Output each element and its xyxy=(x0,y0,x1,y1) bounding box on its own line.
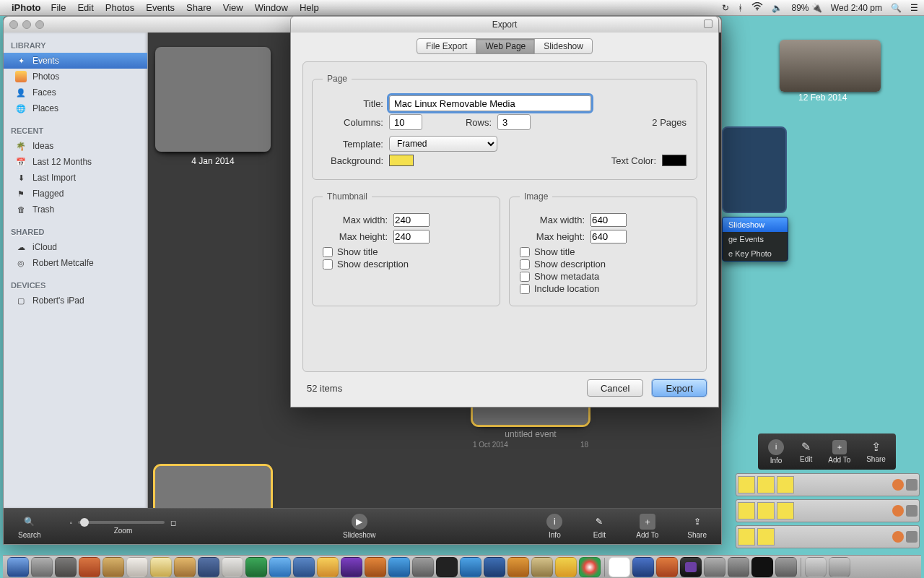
tab-slideshow[interactable]: Slideshow xyxy=(535,39,592,53)
share-button[interactable]: ⇪Share xyxy=(687,514,707,539)
thumb-show-desc-checkbox[interactable]: Show description xyxy=(323,259,489,269)
menu-file[interactable]: File xyxy=(51,2,66,13)
minimized-window[interactable] xyxy=(736,473,920,496)
app-icon[interactable] xyxy=(79,557,100,577)
volume-icon[interactable]: 🔈 xyxy=(772,3,783,13)
menu-share[interactable]: Share xyxy=(186,2,212,13)
sidebar-item-ipad[interactable]: ▢Robert's iPad xyxy=(4,293,147,309)
menu-edit[interactable]: Edit xyxy=(77,2,93,13)
app-icon[interactable] xyxy=(704,557,725,577)
battery-status[interactable]: 89% 🔌 xyxy=(791,3,821,13)
downloads-icon[interactable] xyxy=(805,557,827,577)
app-icon[interactable] xyxy=(484,557,505,577)
event-thumb[interactable]: 4 Jan 2014 xyxy=(155,47,271,166)
app-icon[interactable] xyxy=(555,557,577,577)
img-show-title-checkbox[interactable]: Show title xyxy=(520,246,687,257)
menu-events[interactable]: Events xyxy=(146,2,175,13)
textedit-icon[interactable] xyxy=(609,557,630,577)
edit-button[interactable]: ✎Edit xyxy=(591,514,607,539)
slideshow-stack[interactable] xyxy=(722,126,787,213)
slider-track[interactable] xyxy=(78,521,165,524)
menu-view[interactable]: View xyxy=(223,2,243,13)
iphoto-icon[interactable] xyxy=(317,557,339,577)
sidebar-item-flagged[interactable]: ⚑Flagged xyxy=(4,186,147,202)
sidebar-item-photos[interactable]: Photos xyxy=(4,69,147,85)
event-thumb[interactable]: untitled event 1 Oct 201436 xyxy=(155,466,271,508)
thumb-maxh-input[interactable] xyxy=(393,230,430,243)
messages-icon[interactable] xyxy=(269,557,291,577)
app-icon[interactable] xyxy=(460,557,481,577)
wifi-icon[interactable] xyxy=(751,2,763,13)
background-color-well[interactable] xyxy=(389,155,414,166)
cancel-button[interactable]: Cancel xyxy=(587,379,643,397)
context-item-slideshow[interactable]: Slideshow xyxy=(723,217,788,232)
itunes-icon[interactable] xyxy=(341,557,362,577)
columns-input[interactable] xyxy=(389,114,422,130)
tab-web-page[interactable]: Web Page xyxy=(476,39,535,53)
bluetooth-icon[interactable]: ᚼ xyxy=(738,3,743,13)
text-color-well[interactable] xyxy=(662,155,687,166)
img-maxh-input[interactable] xyxy=(590,230,627,243)
app-icon[interactable] xyxy=(531,557,553,577)
img-show-meta-checkbox[interactable]: Show metadata xyxy=(520,271,687,282)
firefox-icon[interactable] xyxy=(656,557,678,577)
zoom-slider[interactable]: ▫◻ Zoom xyxy=(70,519,177,535)
sidebar-item-last12[interactable]: 📅Last 12 Months xyxy=(4,154,147,170)
menu-help[interactable]: Help xyxy=(300,2,319,13)
trash-icon[interactable] xyxy=(829,557,850,577)
app-icon[interactable] xyxy=(293,557,315,577)
safari-icon[interactable] xyxy=(222,557,243,577)
sidebar-item-faces[interactable]: 👤Faces xyxy=(4,85,147,100)
notification-center-icon[interactable]: ☰ xyxy=(910,3,918,13)
rows-input[interactable] xyxy=(497,114,531,130)
sidebar-item-events[interactable]: ✦Events xyxy=(4,53,147,69)
sidebar-item-lastimport[interactable]: ⬇Last Import xyxy=(4,170,147,186)
edit-button[interactable]: ✎Edit xyxy=(800,440,812,463)
menu-window[interactable]: Window xyxy=(255,2,288,13)
addto-button[interactable]: ＋Add To xyxy=(636,514,658,539)
fullscreen-icon[interactable] xyxy=(704,20,712,28)
title-input[interactable] xyxy=(389,95,591,111)
facetime-icon[interactable] xyxy=(245,557,267,577)
calendar-icon[interactable] xyxy=(126,557,148,577)
timemachine-icon[interactable]: ↻ xyxy=(722,3,729,13)
context-item-keyphoto[interactable]: e Key Photo xyxy=(723,246,788,261)
app-icon[interactable] xyxy=(507,557,529,577)
mail-icon[interactable] xyxy=(198,557,219,577)
imovie-icon[interactable] xyxy=(680,557,702,577)
terminal-icon[interactable] xyxy=(751,557,773,577)
sidebar-item-icloud[interactable]: ☁iCloud xyxy=(4,239,147,255)
thumb-show-title-checkbox[interactable]: Show title xyxy=(323,246,489,257)
app-icon[interactable] xyxy=(728,557,749,577)
systemprefs-icon[interactable] xyxy=(412,557,434,577)
tab-file-export[interactable]: File Export xyxy=(417,39,476,53)
export-button[interactable]: Export xyxy=(652,379,707,397)
chrome-icon[interactable] xyxy=(579,557,601,577)
reminders-icon[interactable] xyxy=(174,557,196,577)
template-select[interactable]: Framed xyxy=(389,136,497,152)
app-name[interactable]: iPhoto xyxy=(12,2,40,13)
share-button[interactable]: ⇪Share xyxy=(866,440,886,463)
img-show-desc-checkbox[interactable]: Show description xyxy=(520,259,687,269)
slideshow-button[interactable]: ▶Slideshow xyxy=(343,514,376,539)
thumb-maxw-input[interactable] xyxy=(393,213,430,227)
addto-button[interactable]: ＋Add To xyxy=(828,440,850,464)
app-icon[interactable] xyxy=(775,557,797,577)
minimize-icon[interactable] xyxy=(22,20,31,29)
minimized-window[interactable] xyxy=(736,499,920,522)
img-maxw-input[interactable] xyxy=(590,213,627,227)
dashboard-icon[interactable] xyxy=(31,557,53,577)
sidebar-item-trash[interactable]: 🗑Trash xyxy=(4,202,147,217)
notes-icon[interactable] xyxy=(150,557,172,577)
context-item-merge[interactable]: ge Events xyxy=(723,232,788,246)
minimized-window[interactable] xyxy=(736,525,920,548)
appstore-icon[interactable] xyxy=(388,557,410,577)
info-button[interactable]: iInfo xyxy=(546,514,562,539)
info-button[interactable]: iInfo xyxy=(768,439,784,465)
sidebar-item-places[interactable]: 🌐Places xyxy=(4,100,147,116)
sidebar-item-ideas[interactable]: 🌴Ideas xyxy=(4,138,147,154)
zoom-icon[interactable] xyxy=(35,20,44,29)
sidebar-item-shared-user[interactable]: ◎Robert Metcalfe xyxy=(4,255,147,271)
close-icon[interactable] xyxy=(9,20,18,29)
ibooks-icon[interactable] xyxy=(365,557,386,577)
